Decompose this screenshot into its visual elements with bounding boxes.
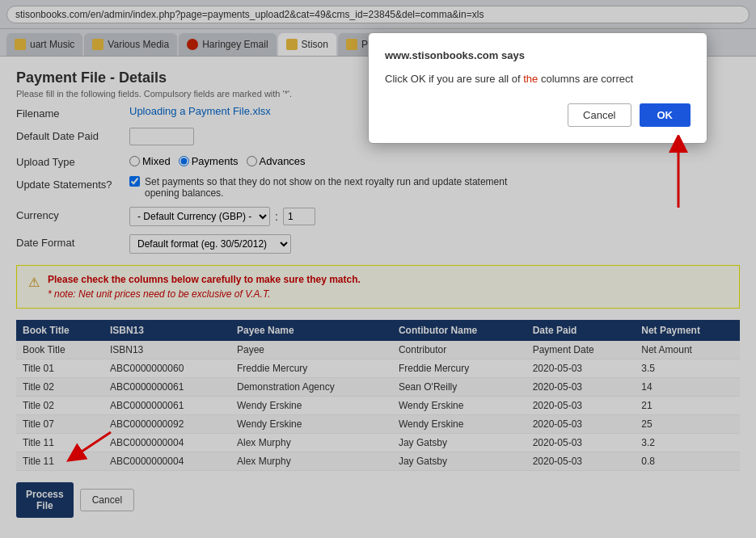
red-arrow-ok-icon: [634, 135, 699, 216]
red-arrow-process-icon: [66, 424, 115, 464]
dialog-message-highlight: the: [523, 73, 538, 85]
dialog-ok-button[interactable]: OK: [640, 103, 691, 127]
dialog-message: Click OK if you are sure all of the colu…: [385, 71, 691, 87]
dialog-buttons: Cancel OK: [385, 103, 691, 127]
dialog-cancel-button[interactable]: Cancel: [568, 103, 631, 127]
svg-line-1: [74, 432, 111, 456]
dialog-box: www.stisonbooks.com says Click OK if you…: [368, 32, 707, 144]
dialog-origin: www.stisonbooks.com says: [385, 49, 691, 61]
dialog-message-after: columns are correct: [538, 73, 633, 85]
dialog-message-before: Click OK if you are sure all of: [385, 73, 523, 85]
